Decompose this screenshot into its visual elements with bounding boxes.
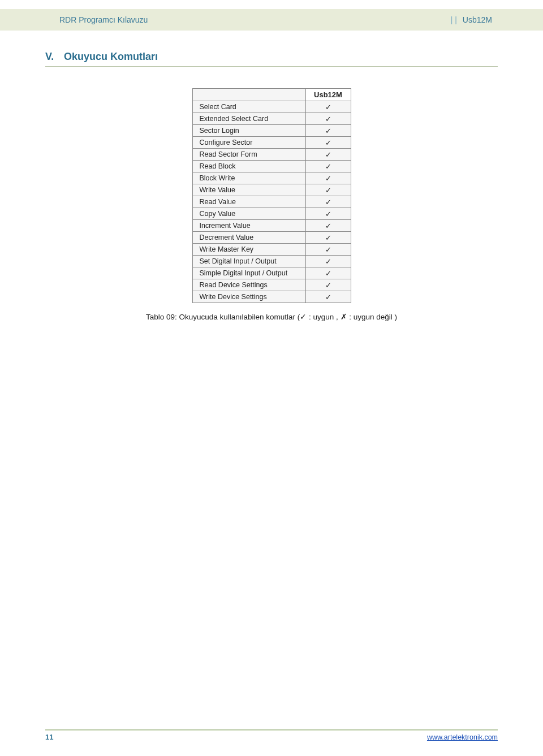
check-icon: ✓ — [305, 279, 351, 291]
table-row: Read Block✓ — [192, 161, 351, 172]
section-title-text: Okuyucu Komutları — [64, 51, 158, 62]
check-icon: ✓ — [305, 125, 351, 137]
table-row: Write Value✓ — [192, 184, 351, 196]
section-heading: V. Okuyucu Komutları — [45, 51, 498, 67]
section-number: V. — [45, 51, 61, 63]
table-row: Set Digital Input / Output✓ — [192, 256, 351, 267]
command-label: Read Block — [192, 161, 305, 172]
check-icon: ✓ — [305, 184, 351, 196]
page-header: RDR Programcı Kılavuzu | | Usb12M — [0, 9, 543, 31]
footer-rule — [45, 729, 498, 731]
check-icon: ✓ — [305, 208, 351, 220]
table-row: Decrement Value✓ — [192, 232, 351, 244]
check-icon: ✓ — [305, 101, 351, 113]
command-label: Write Value — [192, 184, 305, 196]
table-row: Write Device Settings✓ — [192, 291, 351, 303]
table-row: Write Master Key✓ — [192, 244, 351, 256]
header-device: Usb12M — [463, 15, 492, 24]
table-row: Simple Digital Input / Output✓ — [192, 267, 351, 279]
table-row: Copy Value✓ — [192, 208, 351, 220]
command-label: Configure Sector — [192, 137, 305, 149]
page-number: 11 — [45, 729, 53, 741]
header-separator: | | — [451, 15, 457, 24]
table-row: Block Write✓ — [192, 172, 351, 184]
table-header-blank — [192, 89, 305, 101]
table-row: Read Value✓ — [192, 196, 351, 208]
check-icon: ✓ — [305, 149, 351, 161]
command-label: Select Card — [192, 101, 305, 113]
table-row: Read Device Settings✓ — [192, 279, 351, 291]
header-right-group: | | Usb12M — [451, 15, 492, 24]
check-icon: ✓ — [305, 220, 351, 232]
command-label: Simple Digital Input / Output — [192, 267, 305, 279]
command-label: Increment Value — [192, 220, 305, 232]
command-label: Read Device Settings — [192, 279, 305, 291]
table-row: Increment Value✓ — [192, 220, 351, 232]
table-row: Read Sector Form✓ — [192, 149, 351, 161]
check-icon: ✓ — [305, 161, 351, 172]
check-icon: ✓ — [305, 196, 351, 208]
page-footer: 11 www.artelektronik.com — [45, 729, 498, 741]
command-label: Block Write — [192, 172, 305, 184]
check-icon: ✓ — [305, 137, 351, 149]
command-label: Decrement Value — [192, 232, 305, 244]
command-label: Write Device Settings — [192, 291, 305, 303]
footer-link[interactable]: www.artelektronik.com — [427, 730, 498, 741]
commands-table: Usb12M Select Card✓Extended Select Card✓… — [192, 88, 351, 303]
table-row: Select Card✓ — [192, 101, 351, 113]
check-icon: ✓ — [305, 172, 351, 184]
command-label: Copy Value — [192, 208, 305, 220]
table-header-device: Usb12M — [305, 89, 351, 101]
table-row: Configure Sector✓ — [192, 137, 351, 149]
check-icon: ✓ — [305, 267, 351, 279]
command-label: Write Master Key — [192, 244, 305, 256]
command-label: Set Digital Input / Output — [192, 256, 305, 267]
check-icon: ✓ — [305, 291, 351, 303]
table-container: Usb12M Select Card✓Extended Select Card✓… — [45, 88, 498, 303]
table-row: Sector Login✓ — [192, 125, 351, 137]
check-icon: ✓ — [305, 113, 351, 125]
check-icon: ✓ — [305, 256, 351, 267]
header-title: RDR Programcı Kılavuzu — [59, 15, 148, 24]
table-caption: Tablo 09: Okuyucuda kullanılabilen komut… — [45, 312, 498, 321]
check-icon: ✓ — [305, 232, 351, 244]
table-row: Extended Select Card✓ — [192, 113, 351, 125]
check-icon: ✓ — [305, 244, 351, 256]
command-label: Extended Select Card — [192, 113, 305, 125]
command-label: Read Sector Form — [192, 149, 305, 161]
content-area: V. Okuyucu Komutları Usb12M Select Card✓… — [45, 51, 498, 321]
command-label: Read Value — [192, 196, 305, 208]
command-label: Sector Login — [192, 125, 305, 137]
